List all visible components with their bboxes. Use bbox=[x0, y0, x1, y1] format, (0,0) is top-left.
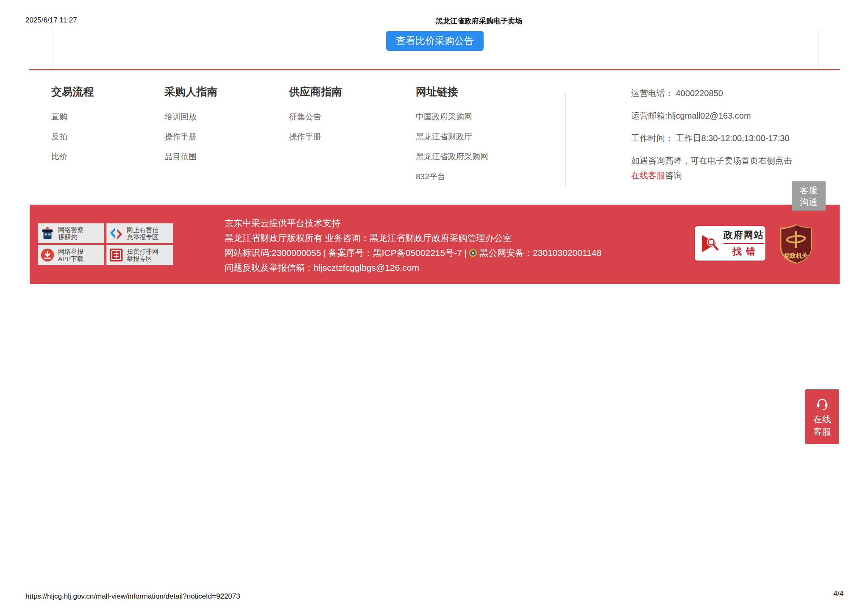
footer-info-line4: 问题反映及举报信箱：hljscztzfcgglbgs@126.com bbox=[225, 260, 601, 275]
footer-info-line2: 黑龙江省财政厅版权所有 业务咨询：黑龙江省财政厅政府采购管理办公室 bbox=[225, 230, 601, 245]
badge-label: 网上有害信 息举报专区 bbox=[127, 226, 159, 241]
cs-tab-line2: 沟通 bbox=[800, 196, 818, 208]
badge-report-app-download[interactable]: 网络举报 APP下载 bbox=[38, 245, 104, 265]
footer-info-line1: 京东中采云提供平台技术支持 bbox=[225, 216, 601, 230]
footer-info-text: 京东中采云提供平台技术支持 黑龙江省财政厅版权所有 业务咨询：黑龙江省财政厅政府… bbox=[225, 216, 601, 275]
find-error-line1: 政府网站 bbox=[723, 229, 764, 244]
report-app-download-icon bbox=[39, 247, 56, 263]
vertical-divider bbox=[565, 92, 566, 186]
footer-site-code: 网站标识码:2300000055 | 备案序号：黑ICP备05002215号-7… bbox=[225, 248, 467, 258]
report-badges: 网络警察 提醒您 网上有害信 息举报专区 网络举报 APP下载 bbox=[38, 223, 173, 265]
shield-label: 党政机关 bbox=[784, 252, 808, 259]
anti-porn-report-icon bbox=[108, 247, 124, 263]
badge-label: 网络举报 APP下载 bbox=[58, 248, 83, 262]
footer-nav-column-supplier-guide: 供应商指南 征集公告 操作手册 bbox=[289, 85, 342, 147]
online-cs-float-button[interactable]: 在线 客服 bbox=[805, 389, 839, 444]
site-footer-bar: 网络警察 提醒您 网上有害信 息举报专区 网络举报 APP下载 bbox=[30, 205, 840, 284]
nav-link-direct-purchase[interactable]: 直购 bbox=[51, 107, 94, 127]
print-page-number: 4/4 bbox=[833, 590, 843, 598]
cyber-police-icon bbox=[39, 225, 56, 241]
nav-link-collection-notice[interactable]: 征集公告 bbox=[289, 107, 342, 127]
find-error-magnifier-icon bbox=[698, 232, 722, 255]
nav-column-title: 采购人指南 bbox=[164, 85, 217, 98]
nav-link-category-scope[interactable]: 品目范围 bbox=[164, 147, 217, 166]
find-error-line2: 找错 bbox=[728, 245, 760, 258]
harmful-info-report-icon bbox=[108, 225, 124, 241]
badge-cyber-police[interactable]: 网络警察 提醒您 bbox=[38, 223, 104, 243]
contact-cs-suffix: 咨询 bbox=[665, 171, 682, 180]
badge-anti-porn-report[interactable]: 扫黄打非网 举报专区 bbox=[106, 245, 173, 265]
online-cs-line2: 客服 bbox=[813, 425, 831, 438]
nav-link-hlj-finance-dept[interactable]: 黑龙江省财政厅 bbox=[416, 127, 488, 147]
nav-column-title: 供应商指南 bbox=[289, 85, 342, 98]
view-price-comparison-notice-button[interactable]: 查看比价采购公告 bbox=[386, 31, 484, 51]
cs-tab-line1: 客服 bbox=[800, 184, 818, 196]
contact-note: 如遇咨询高峰，可在电子卖场首页右侧点击 bbox=[631, 155, 835, 166]
print-footer-url: https://hljcg.hlj.gov.cn/mall-view/infor… bbox=[25, 592, 240, 601]
nav-link-price-comparison[interactable]: 比价 bbox=[51, 147, 94, 166]
nav-link-training-replay[interactable]: 培训回放 bbox=[164, 107, 217, 127]
contact-email: 运营邮箱:hljcgmall02@163.com bbox=[631, 110, 835, 121]
footer-security-record: 黑公网安备：23010302001148 bbox=[479, 248, 601, 258]
badge-label: 扫黄打非网 举报专区 bbox=[127, 248, 159, 262]
badge-harmful-info-report[interactable]: 网上有害信 息举报专区 bbox=[106, 223, 173, 243]
gov-site-find-error-badge[interactable]: 政府网站 找错 bbox=[694, 225, 766, 261]
cs-communication-tab[interactable]: 客服 沟通 bbox=[792, 181, 826, 211]
footer-info-line3: 网站标识码:2300000055 | 备案序号：黑ICP备05002215号-7… bbox=[225, 245, 601, 260]
nav-column-title: 交易流程 bbox=[51, 85, 94, 98]
print-datetime: 2025/6/17 11:27 bbox=[25, 16, 77, 25]
footer-nav-column-purchaser-guide: 采购人指南 培训回放 操作手册 品目范围 bbox=[164, 85, 217, 166]
nav-link-china-gov-procurement[interactable]: 中国政府采购网 bbox=[416, 107, 488, 127]
badge-label: 网络警察 提醒您 bbox=[58, 226, 83, 241]
find-error-text: 政府网站 找错 bbox=[723, 229, 764, 258]
footer-nav-column-links: 网址链接 中国政府采购网 黑龙江省财政厅 黑龙江省政府采购网 832平台 bbox=[416, 85, 488, 186]
nav-link-operation-manual[interactable]: 操作手册 bbox=[164, 127, 217, 147]
headset-icon bbox=[815, 396, 829, 411]
page-title: 黑龙江省政府采购电子卖场 bbox=[426, 16, 532, 26]
online-cs-line1: 在线 bbox=[813, 413, 831, 425]
nav-link-operation-manual[interactable]: 操作手册 bbox=[289, 127, 342, 147]
contact-info: 运营电话： 4000220850 运营邮箱:hljcgmall02@163.co… bbox=[631, 88, 835, 192]
nav-link-832-platform[interactable]: 832平台 bbox=[416, 166, 488, 186]
nav-link-hlj-gov-procurement[interactable]: 黑龙江省政府采购网 bbox=[416, 147, 488, 166]
online-cs-link[interactable]: 在线客服 bbox=[631, 171, 665, 180]
party-gov-org-shield-badge[interactable]: 党政机关 bbox=[779, 224, 813, 264]
contact-hours: 工作时间： 工作日8:30-12:00,13:00-17:30 bbox=[631, 133, 835, 144]
online-cs-label: 在线 客服 bbox=[813, 413, 831, 438]
footer-nav-column-transaction: 交易流程 直购 反拍 比价 bbox=[51, 85, 94, 166]
red-divider-line bbox=[29, 69, 840, 70]
public-security-badge-icon bbox=[468, 247, 478, 256]
print-preview-page: 2025/6/17 11:27 黑龙江省政府采购电子卖场 查看比价采购公告 交易… bbox=[0, 0, 868, 613]
contact-phone: 运营电话： 4000220850 bbox=[631, 88, 835, 99]
nav-link-reverse-auction[interactable]: 反拍 bbox=[51, 127, 94, 147]
nav-column-title: 网址链接 bbox=[416, 85, 488, 98]
contact-cs-line: 在线客服咨询 bbox=[631, 170, 835, 181]
